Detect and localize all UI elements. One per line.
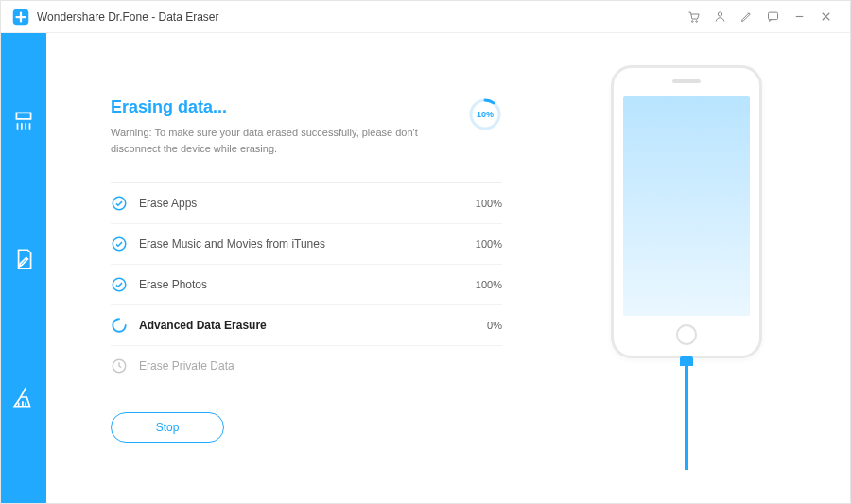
svg-point-2 xyxy=(695,21,697,23)
progress-percent: 10% xyxy=(468,97,502,131)
task-label: Advanced Data Erasure xyxy=(139,319,487,332)
svg-rect-4 xyxy=(768,12,777,20)
task-label: Erase Apps xyxy=(139,197,476,210)
task-label: Erase Photos xyxy=(139,278,476,291)
svg-point-7 xyxy=(113,197,126,210)
sidebar xyxy=(1,33,46,503)
phone-icon xyxy=(611,65,762,358)
svg-point-1 xyxy=(691,21,693,23)
check-circle-icon xyxy=(111,235,128,252)
document-edit-icon[interactable] xyxy=(11,247,36,271)
task-row: Erase Apps 100% xyxy=(111,183,502,224)
spinner-icon xyxy=(111,317,128,334)
edit-icon[interactable] xyxy=(733,4,759,30)
minimize-button[interactable] xyxy=(786,4,812,30)
progress-ring: 10% xyxy=(468,97,502,131)
shredder-icon[interactable] xyxy=(11,109,36,133)
check-circle-icon xyxy=(111,195,128,212)
window-title: Wondershare Dr.Fone - Data Eraser xyxy=(37,10,219,24)
broom-icon[interactable] xyxy=(11,385,36,409)
app-logo-icon xyxy=(12,9,29,26)
account-icon[interactable] xyxy=(706,4,733,30)
task-value: 0% xyxy=(487,320,502,331)
task-row: Erase Music and Movies from iTunes 100% xyxy=(111,224,502,265)
device-illustration xyxy=(530,41,842,495)
left-panel: Erasing data... Warning: To make sure yo… xyxy=(54,41,530,495)
stop-button[interactable]: Stop xyxy=(111,412,224,443)
task-list: Erase Apps 100% Erase Music and Movies f… xyxy=(111,182,502,386)
svg-point-3 xyxy=(718,12,721,16)
close-button[interactable] xyxy=(812,4,839,30)
clock-icon xyxy=(111,357,128,374)
page-heading: Erasing data... xyxy=(111,97,432,117)
phone-home-button-icon xyxy=(676,324,697,345)
cart-icon[interactable] xyxy=(680,4,706,30)
body: Erasing data... Warning: To make sure yo… xyxy=(1,33,850,503)
feedback-icon[interactable] xyxy=(759,4,786,30)
task-label: Erase Music and Movies from iTunes xyxy=(139,237,476,251)
titlebar: Wondershare Dr.Fone - Data Eraser xyxy=(1,1,850,33)
check-circle-icon xyxy=(111,276,128,293)
task-value: 100% xyxy=(476,238,502,250)
phone-screen xyxy=(623,96,750,316)
app-window: Wondershare Dr.Fone - Data Eraser xyxy=(0,0,851,504)
content-area: Erasing data... Warning: To make sure yo… xyxy=(46,33,850,503)
warning-text: Warning: To make sure your data erased s… xyxy=(111,125,432,156)
svg-point-8 xyxy=(113,237,126,251)
task-row: Advanced Data Erasure 0% xyxy=(111,305,502,346)
task-row: Erase Photos 100% xyxy=(111,265,502,305)
task-value: 100% xyxy=(476,279,502,290)
task-label: Erase Private Data xyxy=(139,359,502,373)
cable-icon xyxy=(685,356,688,470)
task-row: Erase Private Data xyxy=(111,346,502,386)
task-value: 100% xyxy=(476,198,502,209)
svg-point-9 xyxy=(113,278,126,291)
